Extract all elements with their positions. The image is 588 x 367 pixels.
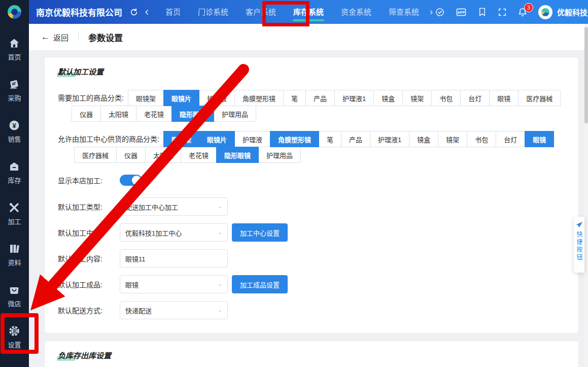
notification-bell-icon[interactable]: 3: [517, 7, 528, 17]
field-default-processing-content: 默认加工内容:: [58, 249, 565, 268]
processed-product-settings-button[interactable]: 加工成品设置: [232, 275, 288, 293]
field-label: 允许由加工中心供货的商品分类:: [58, 131, 159, 147]
category-option[interactable]: 眼镜: [489, 90, 518, 106]
sidebar-item-processing[interactable]: 加工: [8, 202, 21, 226]
header-divider: [78, 33, 79, 41]
sidebar-item-inventory[interactable]: 库存: [8, 160, 21, 185]
category-option[interactable]: 隐形眼镜: [171, 106, 214, 122]
category-option[interactable]: 台灯: [496, 131, 525, 147]
field-label: 默认加工类型:: [58, 202, 120, 212]
default-delivery-method-select[interactable]: 快递配送 ⌄: [120, 301, 228, 319]
category-option[interactable]: 台灯: [460, 90, 490, 106]
category-option[interactable]: 太阳镜: [100, 106, 136, 122]
category-option[interactable]: 书包: [431, 90, 461, 106]
header-actions: APP 3 优毅科技 ▾: [435, 5, 588, 19]
sidebar-item-microstore[interactable]: 微店: [8, 284, 21, 308]
default-processing-center-select[interactable]: 优毅科技1加工中心 ⌄: [120, 223, 228, 242]
negative-stock-card: 负库存出库设置: [44, 341, 579, 367]
field-label: 显示本店加工:: [58, 175, 120, 185]
category-option[interactable]: 镜盒: [373, 90, 403, 106]
back-button[interactable]: ← 返回: [41, 32, 68, 43]
field-label: 默认配送方式:: [58, 305, 120, 315]
card-title-negative-stock: 负库存出库设置: [58, 350, 111, 360]
sidebar-item-data[interactable]: 资料: [8, 243, 21, 267]
quick-button-label: 快捷按钮: [575, 231, 583, 261]
app-qrcode-icon[interactable]: APP: [456, 7, 467, 17]
show-local-processing-toggle[interactable]: [120, 175, 142, 186]
sidebar-item-settings[interactable]: 设置: [8, 325, 21, 349]
scrollbar[interactable]: [584, 24, 588, 367]
tab-clinic-system[interactable]: 门诊系统: [189, 0, 237, 24]
tab-finance-system[interactable]: 资金系统: [332, 0, 380, 24]
svg-text:¥: ¥: [13, 122, 17, 129]
category-option[interactable]: 眼镜: [525, 131, 554, 147]
category-option[interactable]: 护理用品: [258, 147, 301, 163]
category-option[interactable]: 护理液: [199, 90, 235, 106]
category-option[interactable]: 镜盒: [409, 131, 438, 147]
page-header: ← 返回 参数设置: [29, 24, 588, 51]
nav-more-chevron-icon[interactable]: ›: [428, 0, 435, 24]
category-option[interactable]: 书包: [467, 131, 496, 147]
sidebar-item-sales[interactable]: ¥ 销售: [8, 119, 21, 144]
user-name[interactable]: 优毅科技: [557, 7, 587, 17]
sidebar: 首页 采购 ¥ 销售 库存 加工: [0, 24, 29, 367]
category-option[interactable]: 角膜塑形镜: [270, 131, 319, 147]
category-option[interactable]: 产品: [305, 90, 335, 106]
tab-customer-system[interactable]: 客户系统: [237, 0, 285, 24]
category-option[interactable]: 仪器: [116, 147, 146, 163]
category-option[interactable]: 笔: [319, 131, 341, 147]
chevron-down-icon: ⌄: [217, 229, 222, 235]
category-option[interactable]: 太阳镜: [145, 147, 181, 163]
certificate-icon[interactable]: [435, 7, 445, 17]
default-processing-content-input[interactable]: [120, 249, 228, 268]
fullscreen-icon[interactable]: [498, 8, 507, 17]
field-default-processed-product: 默认加工成品: 眼镜 ⌄ 加工成品设置: [58, 275, 565, 293]
category-button-row: 医疗器械仪器太阳镜老花镜隐形眼镜护理用品: [74, 147, 565, 163]
category-option[interactable]: 眼镜片: [163, 90, 199, 106]
category-option[interactable]: 医疗器械: [518, 90, 561, 106]
category-option[interactable]: 镜架: [402, 90, 432, 106]
chevron-down-icon: ⌄: [217, 281, 222, 287]
user-avatar[interactable]: [538, 5, 552, 19]
category-option[interactable]: 眼镜架: [128, 90, 164, 106]
category-option[interactable]: 老花镜: [136, 106, 172, 122]
top-nav: 首页 门诊系统 客户系统 库存系统 资金系统 筛查系统 ›: [157, 0, 435, 24]
category-option[interactable]: 隐形眼镜: [216, 147, 259, 163]
field-label: 需要加工的商品分类:: [58, 90, 124, 106]
sidebar-item-home[interactable]: 首页: [8, 37, 21, 61]
category-button-row: 仪器太阳镜老花镜隐形眼镜护理用品: [72, 106, 565, 122]
page-title: 参数设置: [88, 31, 123, 44]
chevron-down-icon: ⌄: [217, 307, 222, 313]
category-option[interactable]: 眼镜片: [199, 131, 235, 147]
category-option[interactable]: 产品: [341, 131, 370, 147]
category-option[interactable]: 笔: [283, 90, 306, 106]
tab-screening-system[interactable]: 筛查系统: [380, 0, 428, 24]
sidebar-item-purchase[interactable]: 采购: [8, 78, 21, 103]
tab-home[interactable]: 首页: [157, 0, 189, 24]
category-option[interactable]: 医疗器械: [74, 147, 117, 163]
category-option[interactable]: 镜架: [438, 131, 467, 147]
scrollbar-thumb[interactable]: [584, 27, 588, 123]
avatar-logo-icon: [541, 8, 549, 16]
default-processing-type-select[interactable]: 配送加工中心加工 ⌄: [120, 197, 228, 216]
processing-center-settings-button[interactable]: 加工中心设置: [232, 223, 288, 242]
nav-back-chevron-icon[interactable]: [144, 9, 151, 16]
category-option[interactable]: 角膜塑形镜: [234, 90, 284, 106]
category-option[interactable]: 老花镜: [181, 147, 217, 163]
chevron-down-icon: ⌄: [217, 204, 222, 209]
tools-icon: [8, 202, 20, 214]
category-option[interactable]: 护理液1: [334, 90, 374, 106]
refresh-icon[interactable]: [129, 8, 139, 17]
default-processed-product-select[interactable]: 眼镜 ⌄: [120, 275, 228, 293]
category-option[interactable]: 护理液: [234, 131, 270, 147]
default-processing-card: 默认加工设置 需要加工的商品分类: 眼镜架眼镜片护理液角膜塑形镜笔产品护理液1镜…: [44, 57, 579, 333]
tab-inventory-system[interactable]: 库存系统: [285, 0, 332, 24]
sales-yuan-icon: ¥: [8, 119, 20, 131]
quick-button-tab[interactable]: 快捷按钮: [574, 217, 584, 273]
bookmark-check-icon[interactable]: [477, 7, 487, 17]
category-option[interactable]: 仪器: [72, 106, 101, 122]
category-option[interactable]: 眼镜架: [163, 131, 199, 147]
category-option[interactable]: 护理用品: [214, 106, 256, 122]
category-option[interactable]: 护理液1: [370, 131, 409, 147]
settings-content: 默认加工设置 需要加工的商品分类: 眼镜架眼镜片护理液角膜塑形镜笔产品护理液1镜…: [29, 51, 588, 367]
